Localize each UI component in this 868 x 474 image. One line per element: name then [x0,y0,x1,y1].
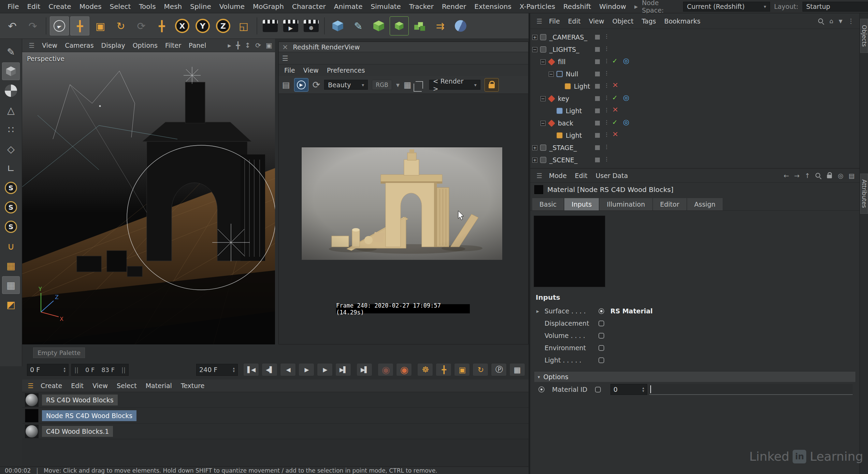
goto-end-button[interactable]: ▶▌ [357,363,372,376]
tree-row-light[interactable]: Light⋮× [530,80,859,92]
material-thumbnail[interactable] [25,393,39,407]
enabled-check-icon[interactable]: ✓ [612,57,618,64]
tree-row-fill[interactable]: −fill⋮✓◎ [530,56,859,68]
tab-assign[interactable]: Assign [687,198,723,210]
autokey-button[interactable]: ◉ [396,363,412,376]
playback-button[interactable]: ▌◀ [243,363,259,376]
material-c4d-wood-blocks-1[interactable]: C4D Wood Blocks.1 [22,424,530,439]
filter-icon[interactable]: ▼ [839,18,842,24]
dots-menu-icon[interactable]: ⋮ [848,17,854,25]
crop-region-icon[interactable] [416,81,423,89]
layout-select[interactable]: Startup ▾ [802,2,868,12]
material-rs-c4d-wood-blocks[interactable]: RS C4D Wood Blocks [22,392,530,408]
menu-x-particles[interactable]: X-Particles [516,2,559,11]
material-node-rs-c4d-wood-blocks[interactable]: Node RS C4D Wood Blocks [22,408,530,424]
viewport-menu-filter[interactable]: Filter [161,42,185,49]
chevron-down-icon[interactable]: ▾ [396,81,400,89]
edges-mode-icon[interactable]: ◇ [2,140,20,158]
layer-toggle[interactable] [595,121,600,125]
input-row-surface[interactable]: ▸Surface . . . .RS Material [534,305,856,317]
tree-row-light[interactable]: Light⋮× [530,129,859,142]
render-picture-viewer-button[interactable]: ▶ [281,16,300,35]
field-sphere-button[interactable] [451,16,470,35]
start-ipr-button[interactable]: ▶ [294,78,308,92]
chevron-right-icon[interactable]: ▸ [228,41,231,49]
spinner-arrows-icon[interactable]: ▴▾ [63,367,66,373]
move-tool[interactable]: ╋ [70,16,89,35]
renderview-menu-file[interactable]: File [280,66,299,74]
extrude-button[interactable] [390,16,409,35]
menu-mograph[interactable]: MoGraph [249,2,288,11]
pen-tool-button[interactable]: ✎ [349,16,368,35]
array-grid-icon[interactable]: ▦ [2,257,20,275]
material-menu-view[interactable]: View [88,382,112,389]
viewport-canvas[interactable]: Y X Z Perspective [22,52,275,344]
input-row-light[interactable]: Light . . . . . [534,354,856,366]
visibility-dots-icon[interactable]: ⋮ [604,119,609,125]
node-space-select[interactable]: Current (Redshift) ▾ [683,2,770,12]
viewport-menu-panel[interactable]: Panel [185,42,210,49]
material-menu-select[interactable]: Select [112,382,141,389]
object-label[interactable]: Null [566,70,578,78]
layer-toggle[interactable] [595,59,600,64]
layer-toggle[interactable] [595,145,600,150]
options-section-header[interactable]: ▾ Options [534,372,855,382]
viewport-menu-view[interactable]: View [38,42,61,49]
menu-edit[interactable]: Edit [23,2,44,11]
texture-mode-icon[interactable] [2,82,20,100]
record-keyframe-button[interactable]: ◉ [378,363,393,376]
disabled-cross-icon[interactable]: × [612,105,618,114]
expander-icon[interactable]: − [532,47,537,52]
empty-palette-button[interactable]: Empty Palette [33,347,85,358]
disabled-cross-icon[interactable]: × [612,130,618,138]
attribute-menu-mode[interactable]: Mode [545,172,571,179]
axis-z-toggle[interactable]: Z [214,16,233,35]
last-tool-used[interactable]: ⟳ [132,16,151,35]
live-selection-tool[interactable]: ► [50,16,69,35]
port-icon[interactable] [598,321,604,326]
menu-overflow-icon[interactable]: ▸ [630,2,642,11]
menu-tracker[interactable]: Tracker [405,2,438,11]
render-pass-select[interactable]: Beauty ▾ [324,80,368,90]
layer-toggle[interactable] [595,35,600,40]
object-menu-tags[interactable]: Tags [638,17,660,25]
render-settings-button[interactable]: ☸ [302,16,321,35]
home-icon[interactable]: ⌂ [829,17,833,25]
hamburger-icon[interactable]: ☰ [25,382,36,389]
material-menu-material[interactable]: Material [141,382,176,389]
visibility-dots-icon[interactable]: ⋮ [604,33,609,40]
frame-range-slider[interactable]: || 0 F 83 F || [71,364,129,376]
disabled-cross-icon[interactable]: × [612,80,618,89]
menu-file[interactable]: File [3,2,23,11]
object-label[interactable]: key [558,95,569,102]
attribute-menu-edit[interactable]: Edit [571,172,592,179]
playback-button[interactable]: ▶▌ [335,363,351,376]
visibility-dots-icon[interactable]: ⋮ [604,144,609,150]
renderview-titlebar[interactable]: × Redshift RenderView [279,42,528,52]
pla-key-toggle[interactable]: ▦ [509,363,525,376]
current-frame-input[interactable]: 0 F ▴▾ [27,364,69,376]
object-label[interactable]: _CAMERAS_ [549,33,587,41]
object-label[interactable]: Light [574,83,590,90]
coordinate-system-button[interactable]: ◱ [234,16,253,35]
lock-icon[interactable] [827,175,832,178]
history-forward-icon[interactable]: → [794,172,800,179]
make-editable-icon[interactable]: ✎ [2,43,20,61]
axis-y-toggle[interactable]: Y [193,16,212,35]
expander-icon[interactable]: − [540,121,546,126]
light-target-icon[interactable]: ◎ [623,57,629,65]
toggle-view-icon[interactable]: ▣ [266,41,272,49]
expander-icon[interactable]: + [532,145,537,150]
object-label[interactable]: Light [566,132,582,139]
port-icon[interactable] [598,308,604,314]
visibility-dots-icon[interactable]: ⋮ [604,45,609,52]
expander-icon[interactable]: − [540,96,546,101]
object-menu-object[interactable]: Object [608,17,638,25]
active-grid-icon[interactable]: ▦ [2,276,20,294]
layer-toggle[interactable] [595,72,600,76]
menu-create[interactable]: Create [44,2,75,11]
visibility-dots-icon[interactable]: ⋮ [604,156,609,162]
lock-render-button[interactable] [484,78,499,92]
visibility-dots-icon[interactable]: ⋮ [604,107,609,113]
tree-row-null[interactable]: −Null⋮ [530,68,859,80]
